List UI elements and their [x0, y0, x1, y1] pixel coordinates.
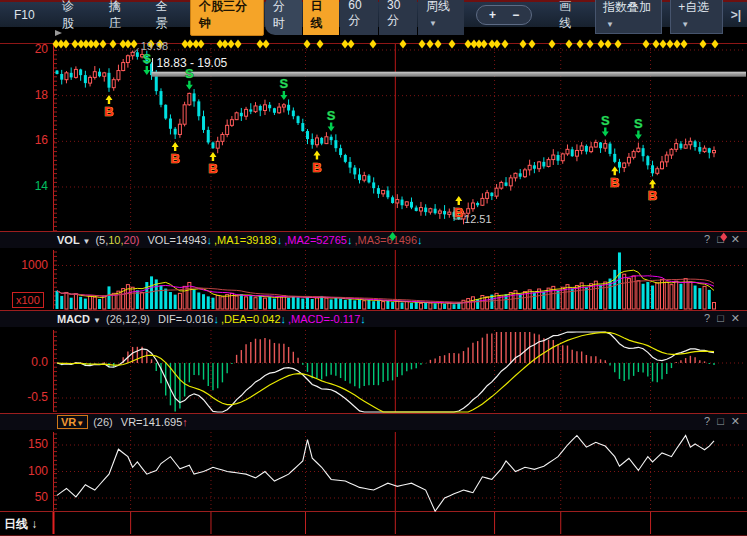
- macd-dea-line: [57, 332, 714, 412]
- event-diamond-icon: [448, 40, 455, 49]
- buy-signal-B: B: [170, 151, 179, 166]
- event-diamond-icon: [303, 40, 310, 49]
- green-diamond-icon: [389, 232, 396, 241]
- event-diamond-icon: [519, 40, 526, 49]
- event-diamond-icon: [642, 40, 649, 49]
- event-diamond-icon: [652, 40, 659, 49]
- chart-canvas: BBBBBBBSSSSSS19.9818.83 - 19.0512.51: [0, 0, 747, 536]
- event-diamond-icon: [92, 40, 99, 49]
- event-diamond-icon: [221, 40, 228, 49]
- event-diamond-icon: [71, 40, 78, 49]
- stock-app-window: { "toolbar": { "left_tabs": ["F10", "诊股"…: [0, 0, 747, 536]
- macd-dif-line: [57, 332, 714, 412]
- event-diamond-icon: [565, 40, 572, 49]
- buy-arrow-icon: [105, 95, 112, 104]
- buy-arrow-icon: [313, 151, 320, 160]
- event-diamond-icon: [493, 40, 500, 49]
- event-diamond-icon: [99, 40, 106, 49]
- event-diamond-icon: [256, 40, 263, 49]
- event-diamond-icon: [434, 40, 441, 49]
- event-diamond-icon: [399, 40, 406, 49]
- event-diamond-icon: [673, 40, 680, 49]
- buy-arrow-icon: [209, 152, 216, 161]
- red-diamond-icon: [720, 233, 727, 242]
- low-price-annotation: 12.51: [464, 213, 492, 225]
- resistance-band: [152, 72, 746, 77]
- sell-arrow-icon: [635, 131, 642, 140]
- event-diamond-icon: [680, 40, 687, 49]
- sell-arrow-icon: [280, 91, 287, 100]
- event-diamond-icon: [614, 40, 621, 49]
- sell-arrow-icon: [143, 66, 150, 75]
- event-diamond-icon: [130, 40, 137, 49]
- buy-signal-B: B: [312, 160, 321, 175]
- peak-price-annotation: 19.98: [141, 40, 169, 52]
- event-diamond-icon: [548, 40, 555, 49]
- sell-signal-S: S: [280, 76, 289, 91]
- event-diamond-icon: [586, 40, 593, 49]
- event-diamond-icon: [659, 40, 666, 49]
- event-diamond-icon: [576, 40, 583, 49]
- buy-arrow-icon: [611, 166, 618, 175]
- event-diamond-icon: [341, 40, 348, 49]
- buy-signal-B: B: [648, 188, 657, 203]
- buy-signal-B: B: [208, 161, 217, 176]
- buy-arrow-icon: [455, 196, 462, 205]
- vr-line: [57, 435, 714, 511]
- event-diamond-icon: [347, 40, 354, 49]
- sell-arrow-icon: [186, 81, 193, 90]
- event-diamond-icon: [604, 40, 611, 49]
- scroll-handle-icon: [55, 30, 62, 36]
- sell-signal-S: S: [142, 51, 151, 66]
- event-diamond-icon: [464, 40, 471, 49]
- event-diamond-icon: [316, 40, 323, 49]
- event-diamond-icon: [666, 40, 673, 49]
- buy-arrow-icon: [172, 142, 179, 151]
- sell-signal-S: S: [327, 108, 336, 123]
- event-diamond-icon: [418, 40, 425, 49]
- event-diamond-icon: [109, 40, 116, 49]
- buy-signal-B: B: [610, 175, 619, 190]
- event-diamond-icon: [597, 40, 604, 49]
- event-diamond-icon: [711, 40, 718, 49]
- event-diamond-icon: [426, 40, 433, 49]
- event-diamond-icon: [227, 40, 234, 49]
- event-diamond-icon: [480, 40, 487, 49]
- band-range-annotation: 18.83 - 19.05: [157, 56, 228, 70]
- sell-arrow-icon: [602, 128, 609, 137]
- event-diamond-icon: [262, 40, 269, 49]
- event-diamond-icon: [699, 40, 706, 49]
- event-diamond-icon: [124, 40, 131, 49]
- sell-signal-S: S: [634, 116, 643, 131]
- event-diamond-icon: [197, 40, 204, 49]
- event-diamond-icon: [234, 40, 241, 49]
- sell-arrow-icon: [328, 123, 335, 132]
- sell-signal-S: S: [601, 113, 610, 128]
- event-diamond-icon: [62, 40, 69, 49]
- buy-signal-B: B: [104, 104, 113, 119]
- event-diamond-icon: [186, 40, 193, 49]
- event-diamond-icon: [369, 40, 376, 49]
- event-diamond-icon: [528, 40, 535, 49]
- buy-signal-B: B: [454, 205, 463, 220]
- event-diamond-icon: [501, 40, 508, 49]
